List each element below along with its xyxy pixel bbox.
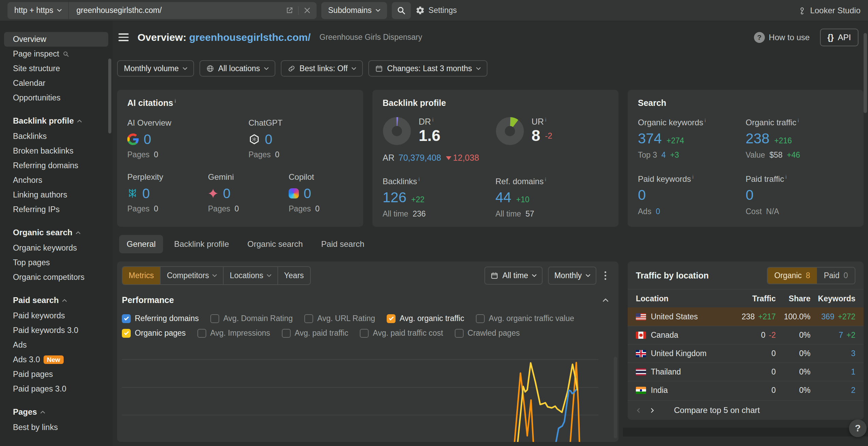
segment-locations[interactable]: Locations [224, 267, 278, 284]
segment-years[interactable]: Years [278, 267, 310, 284]
settings-button[interactable]: Settings [416, 6, 457, 15]
looker-studio-button[interactable]: Looker Studio [798, 6, 861, 15]
info-icon[interactable]: i [692, 174, 693, 180]
api-button[interactable]: {} API [820, 29, 858, 46]
ai-overview-value: 0 [144, 132, 151, 147]
hamburger-menu-icon[interactable] [118, 33, 129, 41]
sidebar-item-overview[interactable]: Overview [4, 32, 108, 47]
info-icon[interactable]: i [432, 117, 433, 123]
sidebar-item-top-pages[interactable]: Top pages [4, 255, 108, 270]
target-url-input[interactable] [69, 6, 280, 15]
sidebar-section-pages[interactable]: Pages [4, 404, 108, 419]
checkbox-avg-organic-traffic-value[interactable]: Avg. organic traffic value [476, 314, 574, 323]
granularity-button[interactable]: Monthly [548, 267, 596, 285]
search-button[interactable] [392, 2, 411, 19]
sidebar-item-best-by-links[interactable]: Best by links [4, 420, 108, 435]
sidebar-item-backlinks[interactable]: Backlinks [4, 129, 108, 144]
checkbox-organic-pages[interactable]: Organic pages [122, 329, 186, 338]
table-row-united-states[interactable]: United States 238+217 100.0% 369+272 [628, 307, 864, 326]
sidebar-item-ads-30[interactable]: Ads 3.0 New [4, 352, 108, 367]
scope-dropdown[interactable]: Subdomains [321, 2, 387, 19]
how-to-use-button[interactable]: ? How to use [754, 32, 810, 43]
info-icon[interactable]: i [798, 117, 799, 123]
target-domain-link[interactable]: greenhousegirlsthc.com/ [189, 32, 311, 43]
table-row-india[interactable]: India 0 0% 2 [628, 381, 864, 399]
info-icon[interactable]: i [175, 98, 176, 104]
locations-filter-button[interactable]: All locations [199, 60, 275, 77]
volume-filter-button[interactable]: Monthly volume [117, 60, 194, 77]
sidebar-item-paid-pages-30[interactable]: Paid pages 3.0 [4, 382, 108, 396]
info-icon[interactable]: i [545, 117, 546, 123]
kebab-menu-button[interactable] [602, 268, 609, 283]
sidebar-section-organic-search[interactable]: Organic search [4, 225, 108, 240]
sidebar-item-referring-ips[interactable]: Referring IPs [4, 202, 108, 217]
organic-keywords-value[interactable]: 374 [638, 131, 662, 146]
checkbox-avg-paid-traffic-cost[interactable]: Avg. paid traffic cost [360, 329, 443, 338]
checkbox-avg-paid-traffic[interactable]: Avg. paid traffic [282, 329, 349, 338]
summary-cards: AI citationsi AI Overview 0 Pages 0 Chat… [117, 90, 868, 220]
ar-value[interactable]: 70,379,408 [399, 153, 441, 163]
checkbox-referring-domains[interactable]: Referring domains [122, 314, 199, 323]
compare-top5-button[interactable]: Compare top 5 on chart [674, 405, 760, 415]
info-icon[interactable]: i [418, 176, 419, 182]
time-range-button[interactable]: All time [484, 267, 543, 285]
toggle-paid[interactable]: Paid 0 [817, 268, 855, 284]
table-row-canada[interactable]: Canada 0-2 0% 7+2 [628, 326, 864, 344]
panel-scrollbar[interactable] [614, 357, 617, 439]
sidebar-item-paid-keywords[interactable]: Paid keywords [4, 308, 108, 323]
info-icon[interactable]: i [705, 117, 706, 123]
sidebar-item-anchors[interactable]: Anchors [4, 173, 108, 188]
sidebar-item-site-structure[interactable]: Site structure [4, 61, 108, 76]
segment-competitors[interactable]: Competitors [161, 267, 224, 284]
table-row-thailand[interactable]: Thailand 0 0% 1 [628, 363, 864, 381]
settings-label: Settings [429, 6, 457, 15]
help-button[interactable]: ? [849, 419, 867, 437]
sidebar-section-backlink-profile[interactable]: Backlink profile [4, 113, 108, 128]
open-external-icon[interactable] [286, 6, 293, 14]
tab-general[interactable]: General [119, 235, 163, 253]
checkbox-crawled-pages[interactable]: Crawled pages [455, 329, 520, 338]
toggle-organic[interactable]: Organic 8 [768, 268, 817, 284]
collapse-section-icon[interactable] [603, 298, 608, 302]
sidebar-item-ads[interactable]: Ads [4, 338, 108, 352]
sidebar-item-page-inspect[interactable]: Page inspect [4, 47, 108, 61]
page-next-icon[interactable] [650, 408, 655, 413]
info-icon[interactable]: i [545, 176, 546, 182]
segment-metrics[interactable]: Metrics [123, 267, 161, 284]
best-links-filter-button[interactable]: Best links: Off [281, 60, 363, 77]
page-scrollbar[interactable] [864, 33, 867, 113]
checkbox-avg-impressions[interactable]: Avg. Impressions [197, 329, 270, 338]
checkbox-avg-organic-traffic[interactable]: Avg. organic traffic [387, 314, 464, 323]
protocol-dropdown[interactable]: http + https [7, 2, 69, 19]
tab-backlink-profile[interactable]: Backlink profile [166, 235, 236, 253]
sidebar-scrollbar[interactable] [108, 59, 111, 133]
copilot-icon [289, 188, 299, 198]
tab-organic-search[interactable]: Organic search [240, 235, 310, 253]
sidebar-item-broken-backlinks[interactable]: Broken backlinks [4, 144, 108, 158]
sidebar-item-opportunities[interactable]: Opportunities [4, 91, 108, 105]
sidebar-section-paid-search[interactable]: Paid search [4, 293, 108, 308]
traffic-table-header: LocationTrafficShareKeywords [628, 289, 864, 307]
ref-domains-value[interactable]: 44 [496, 190, 512, 205]
checkbox-avg-domain-rating[interactable]: Avg. Domain Rating [210, 314, 293, 323]
new-badge: New [44, 355, 64, 364]
sidebar-section-outgoing-links[interactable]: Outgoing links [4, 443, 108, 446]
tab-paid-search[interactable]: Paid search [314, 235, 372, 253]
sidebar-item-paid-keywords-30[interactable]: Paid keywords 3.0 [4, 323, 108, 338]
backlinks-value[interactable]: 126 [383, 190, 406, 205]
sidebar-item-calendar[interactable]: Calendar [4, 76, 108, 91]
checkbox-avg-url-rating[interactable]: Avg. URL Rating [304, 314, 375, 323]
clear-input-icon[interactable] [303, 6, 311, 14]
table-row-united-kingdom[interactable]: United Kingdom 0 0% 3 [628, 344, 864, 363]
sidebar-item-paid-pages[interactable]: Paid pages [4, 367, 108, 382]
paid-keywords-value[interactable]: 0 [638, 187, 646, 203]
page-prev-icon[interactable] [636, 408, 641, 413]
sidebar-item-referring-domains[interactable]: Referring domains [4, 158, 108, 173]
changes-filter-button[interactable]: Changes: Last 3 months [368, 60, 487, 77]
paid-traffic-value[interactable]: 0 [746, 187, 754, 203]
sidebar-item-linking-authors[interactable]: Linking authors [4, 188, 108, 202]
organic-traffic-value[interactable]: 238 [746, 131, 770, 146]
sidebar-item-organic-competitors[interactable]: Organic competitors [4, 270, 108, 285]
sidebar-item-organic-keywords[interactable]: Organic keywords [4, 241, 108, 255]
info-icon[interactable]: i [785, 174, 786, 180]
